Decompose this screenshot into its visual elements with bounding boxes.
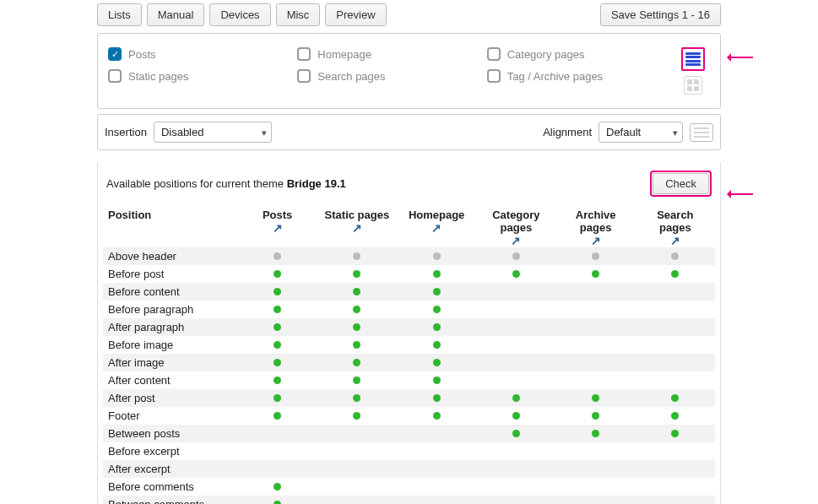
position-cell: Between posts <box>103 425 238 442</box>
status-cell <box>476 407 555 425</box>
manual-button[interactable]: Manual <box>147 3 205 26</box>
status-cell <box>556 425 636 442</box>
status-cell <box>556 478 636 496</box>
grid-view-icon[interactable] <box>684 76 702 95</box>
status-dot <box>671 252 679 260</box>
list-view-icon[interactable] <box>681 47 705 71</box>
status-cell <box>397 389 476 407</box>
preview-button[interactable]: Preview <box>325 3 386 26</box>
status-dot <box>592 270 599 278</box>
table-row: Before comments <box>103 478 715 496</box>
status-cell <box>397 354 476 371</box>
checkbox-tag-archive-pages[interactable]: Tag / Archive pages <box>487 69 676 83</box>
status-dot <box>433 341 441 349</box>
devices-button[interactable]: Devices <box>209 3 270 26</box>
status-dot <box>274 323 281 331</box>
status-cell <box>317 460 397 478</box>
status-cell <box>238 460 317 478</box>
position-cell: Above header <box>103 247 238 265</box>
status-cell <box>476 442 555 460</box>
table-row: Before paragraph <box>103 301 715 318</box>
status-cell <box>476 460 555 478</box>
status-dot <box>274 288 281 295</box>
checkbox-category-pages[interactable]: Category pages <box>487 47 676 61</box>
status-dot <box>512 394 520 402</box>
annotation-arrow <box>728 57 753 58</box>
position-cell: Before image <box>103 336 238 354</box>
status-cell <box>317 478 397 496</box>
status-dot <box>353 306 360 313</box>
status-cell <box>556 389 636 407</box>
alignment-select[interactable]: Default <box>599 122 683 143</box>
checkbox-posts[interactable]: ✓Posts <box>108 47 297 61</box>
external-link-icon[interactable]: ↗ <box>431 221 442 235</box>
external-link-icon[interactable]: ↗ <box>591 234 601 247</box>
position-cell: After image <box>103 354 238 371</box>
save-settings-button[interactable]: Save Settings 1 - 16 <box>600 3 721 26</box>
table-row: Before content <box>103 283 715 301</box>
lists-button[interactable]: Lists <box>97 3 142 26</box>
status-cell <box>397 318 476 336</box>
status-cell <box>317 496 397 504</box>
column-header: Position <box>103 205 238 247</box>
status-cell <box>397 336 476 354</box>
status-cell <box>556 318 636 336</box>
status-cell <box>397 478 476 496</box>
status-cell <box>397 460 476 478</box>
status-dot <box>353 252 360 260</box>
status-cell <box>397 407 476 425</box>
check-button[interactable]: Check <box>653 173 709 194</box>
status-cell <box>636 336 715 354</box>
status-cell <box>317 371 397 389</box>
column-header: Search pages↗ <box>636 205 715 247</box>
status-cell <box>476 318 555 336</box>
status-cell <box>476 247 555 265</box>
checkbox-static-pages[interactable]: Static pages <box>108 69 297 83</box>
status-cell <box>397 425 476 442</box>
status-cell <box>476 496 555 504</box>
status-dot <box>433 377 441 384</box>
status-cell <box>397 371 476 389</box>
checkbox-search-pages[interactable]: Search pages <box>297 69 486 83</box>
keyboard-icon[interactable] <box>690 123 713 142</box>
status-cell <box>317 336 397 354</box>
checkbox-homepage[interactable]: Homepage <box>297 47 486 61</box>
status-dot <box>433 306 441 313</box>
status-dot <box>592 430 599 437</box>
status-cell <box>556 283 636 301</box>
column-header: Static pages↗ <box>317 205 397 247</box>
status-cell <box>636 478 715 496</box>
external-link-icon[interactable]: ↗ <box>670 234 680 247</box>
status-cell <box>476 336 555 354</box>
status-cell <box>238 283 317 301</box>
status-cell <box>238 442 317 460</box>
status-cell <box>476 389 555 407</box>
status-cell <box>317 265 397 283</box>
status-cell <box>238 407 317 425</box>
status-cell <box>636 283 715 301</box>
status-dot <box>671 394 679 402</box>
positions-table: PositionPosts↗Static pages↗Homepage↗Cate… <box>103 205 715 504</box>
insertion-select[interactable]: Disabled <box>154 122 272 143</box>
status-dot <box>512 412 520 420</box>
status-dot <box>274 359 281 366</box>
external-link-icon[interactable]: ↗ <box>273 221 283 235</box>
status-cell <box>397 247 476 265</box>
misc-button[interactable]: Misc <box>276 3 321 26</box>
status-cell <box>317 301 397 318</box>
status-cell <box>556 460 636 478</box>
annotation-arrow <box>728 193 753 195</box>
table-row: Before post <box>103 265 715 283</box>
status-dot <box>274 394 281 402</box>
status-cell <box>476 283 555 301</box>
external-link-icon[interactable]: ↗ <box>352 221 362 235</box>
status-cell <box>397 301 476 318</box>
status-cell <box>556 301 636 318</box>
table-row: Between comments <box>103 496 715 504</box>
available-positions-text: Available positions for current theme Br… <box>106 177 346 190</box>
status-dot <box>353 288 360 295</box>
status-dot <box>274 306 281 313</box>
external-link-icon[interactable]: ↗ <box>511 234 521 247</box>
alignment-label: Alignment <box>543 126 592 138</box>
status-cell <box>556 371 636 389</box>
